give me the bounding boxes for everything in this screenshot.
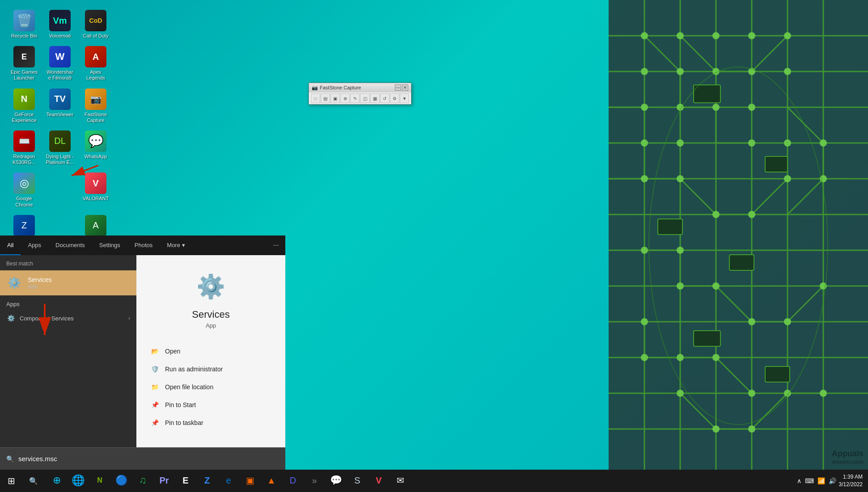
- best-match-label: Best match: [0, 261, 136, 270]
- fs-tool-10[interactable]: ▼: [400, 93, 409, 103]
- desktop-icon-redragon[interactable]: ⌨️ Redragon K530RG...: [8, 129, 40, 167]
- taskbar-icon-chrome[interactable]: 🔵: [111, 470, 131, 492]
- taskbar-icon-cortana[interactable]: ⊕: [47, 470, 67, 492]
- search-input[interactable]: [18, 455, 279, 463]
- svg-point-57: [712, 425, 720, 433]
- fs-tool-5[interactable]: ✎: [350, 93, 360, 103]
- search-results-panel: All Apps Documents Settings Photos More …: [0, 235, 285, 470]
- desktop-icon-dyinglight[interactable]: DL Dying Light - Platinum E...: [44, 129, 76, 167]
- tab-apps[interactable]: Apps: [21, 235, 48, 255]
- fs-tool-1[interactable]: □: [311, 93, 320, 103]
- start-button[interactable]: ⊞: [0, 470, 22, 492]
- geforce-icon: N: [13, 88, 35, 110]
- taskbar-search-button[interactable]: 🔍: [22, 470, 45, 492]
- search-content: Best match ⚙️ Services App Apps ⚙️ Compo…: [0, 255, 285, 447]
- component-services-item[interactable]: ⚙️ Component Services ›: [0, 310, 136, 326]
- faststone-label: FastStone Capture: [81, 112, 110, 123]
- svg-point-47: [712, 282, 720, 290]
- taskbar-icon-edge1[interactable]: 🌐: [68, 470, 89, 492]
- recycle-bin-icon: 🗑️: [13, 10, 35, 31]
- tray-icon-volume[interactable]: 🔊: [829, 477, 836, 484]
- three-dots-menu[interactable]: ···: [267, 236, 285, 255]
- desktop-icon-callofduty[interactable]: CoD Call of Duty: [80, 8, 112, 41]
- taskbar-icon-premiere[interactable]: Pr: [154, 470, 174, 492]
- tab-more[interactable]: More ▾: [160, 235, 192, 255]
- taskbar-icon-onedrive[interactable]: ▲: [261, 470, 282, 492]
- whatsapp-label: WhatsApp: [85, 154, 107, 160]
- fs-tool-6[interactable]: ◫: [360, 93, 369, 103]
- taskbar-icon-zoom[interactable]: Z: [197, 470, 217, 492]
- desktop-icon-voicemod[interactable]: Vm Voicemod: [44, 8, 76, 41]
- teamviewer-label: TeamViewer: [47, 112, 73, 118]
- desktop-icon-wondershare[interactable]: W Wondershare Filmora9: [44, 44, 76, 83]
- action-open-location[interactable]: 📁 Open file location: [145, 378, 276, 396]
- desktop-icon-recycle-bin[interactable]: 🗑️ Recycle Bin: [8, 8, 40, 41]
- svg-rect-65: [694, 331, 720, 346]
- svg-rect-61: [694, 85, 720, 103]
- fs-tool-9[interactable]: ⚙: [390, 93, 399, 103]
- desktop-icon-valorant[interactable]: V VALORANT: [80, 171, 112, 209]
- svg-point-40: [712, 211, 720, 218]
- fs-tool-8[interactable]: ↺: [380, 93, 390, 103]
- redragon-label: Redragon K530RG...: [10, 154, 38, 165]
- svg-rect-62: [765, 156, 788, 172]
- svg-point-29: [641, 104, 648, 111]
- desktop-icon-chrome[interactable]: ◎ Google Chrome: [8, 171, 40, 209]
- taskbar-icon-nvidia[interactable]: N: [89, 470, 110, 492]
- taskbar-icon-epic2[interactable]: E: [175, 470, 196, 492]
- pin-start-label: Pin to Start: [165, 401, 196, 408]
- start-menu: All Apps Documents Settings Photos More …: [0, 235, 285, 470]
- svg-point-21: [712, 32, 720, 39]
- taskbar-icon-mail[interactable]: ✉: [390, 470, 411, 492]
- fs-tool-3[interactable]: ▣: [330, 93, 340, 103]
- whatsapp-icon: 💬: [85, 130, 106, 152]
- tray-icon-network[interactable]: 📶: [817, 477, 825, 484]
- faststone-window: 📷 FastStone Capture — ✕ □ ▤ ▣ ⊕ ✎ ◫ ▦ ↺ …: [309, 83, 411, 105]
- tab-settings[interactable]: Settings: [92, 235, 127, 255]
- tray-time[interactable]: 1:39 AM 3/12/2022: [839, 473, 863, 488]
- action-pin-taskbar[interactable]: 📌 Pin to taskbar: [145, 414, 276, 432]
- taskbar-icon-edge2[interactable]: e: [218, 470, 239, 492]
- tab-photos[interactable]: Photos: [127, 235, 160, 255]
- fs-tool-4[interactable]: ⊕: [340, 93, 350, 103]
- action-pin-start[interactable]: 📌 Pin to Start: [145, 396, 276, 414]
- desktop-icon-geforce[interactable]: N GeForce Experience: [8, 87, 40, 125]
- desktop-icon-apex[interactable]: A Apex Legends: [80, 44, 112, 83]
- desktop-icon-whatsapp[interactable]: 💬 WhatsApp: [80, 129, 112, 167]
- desktop-icon-faststone[interactable]: 📷 FastStone Capture: [80, 87, 112, 125]
- tray-icon-arrow[interactable]: ∧: [797, 477, 801, 484]
- desktop-icon-teamviewer[interactable]: TV TeamViewer: [44, 87, 76, 125]
- component-services-icon: ⚙️: [6, 314, 15, 323]
- taskbar-icon-val2[interactable]: V: [368, 470, 389, 492]
- action-open[interactable]: 📂 Open: [145, 342, 276, 360]
- run-admin-icon: 🛡️: [150, 364, 160, 374]
- fs-tool-7[interactable]: ▦: [370, 93, 380, 103]
- svg-point-32: [748, 104, 755, 111]
- fs-tool-2[interactable]: ▤: [321, 93, 330, 103]
- taskbar-icon-whatsapp2[interactable]: 💬: [326, 470, 346, 492]
- search-bar[interactable]: 🔍: [0, 447, 285, 470]
- desktop-icon-epic[interactable]: E Epic Games Launcher: [8, 44, 40, 83]
- tab-all[interactable]: All: [0, 235, 21, 255]
- taskbar-icon-steam[interactable]: S: [347, 470, 368, 492]
- taskbar-icon-discord[interactable]: D: [283, 470, 303, 492]
- taskbar-icon-misc1[interactable]: ▣: [240, 470, 260, 492]
- voicemod-label: Voicemod: [49, 33, 71, 39]
- watermark: Appuals wexon.com: [832, 449, 864, 465]
- faststone-close-btn[interactable]: ✕: [402, 84, 408, 91]
- tray-clock: 1:39 AM: [843, 473, 863, 481]
- component-services-chevron: ›: [128, 315, 130, 321]
- tab-documents[interactable]: Documents: [48, 235, 92, 255]
- faststone-minimize-btn[interactable]: —: [395, 84, 401, 91]
- services-result-item[interactable]: ⚙️ Services App: [0, 270, 136, 295]
- apex-label: Apex Legends: [81, 69, 110, 81]
- action-run-admin[interactable]: 🛡️ Run as administrator: [145, 360, 276, 378]
- zusie-icon: Z: [13, 215, 35, 236]
- svg-point-46: [677, 282, 684, 290]
- search-tabs: All Apps Documents Settings Photos More …: [0, 235, 285, 255]
- svg-rect-66: [765, 366, 790, 382]
- recycle-bin-label: Recycle Bin: [11, 33, 37, 39]
- taskbar: ⊞ 🔍 ⊕ 🌐 N 🔵 ♫ Pr E Z e ▣ ▲ D » 💬 S V ✉ ∧…: [0, 470, 868, 492]
- taskbar-icon-spotify[interactable]: ♫: [132, 470, 153, 492]
- component-services-left: ⚙️ Component Services: [6, 314, 74, 323]
